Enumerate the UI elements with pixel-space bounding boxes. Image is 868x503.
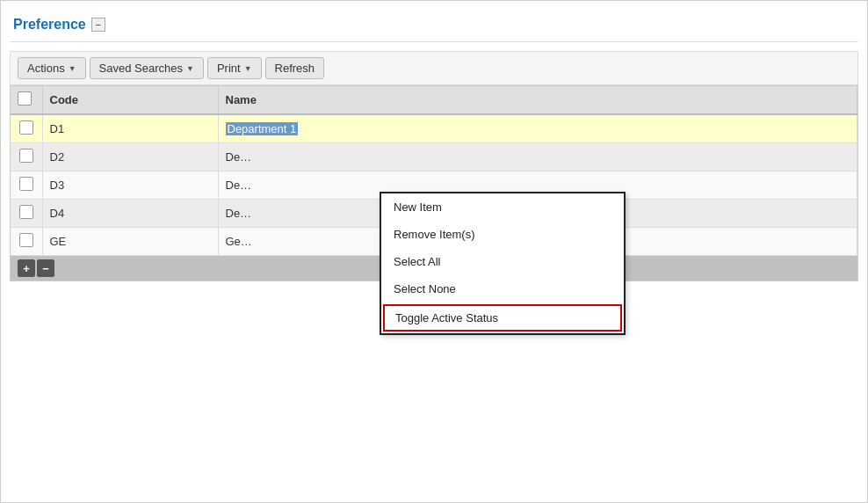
- print-label: Print: [217, 62, 241, 75]
- actions-caret-icon: ▼: [69, 64, 76, 73]
- row-checkbox[interactable]: [19, 205, 33, 219]
- remove-button[interactable]: −: [37, 259, 54, 277]
- section-header: Preference −: [10, 10, 858, 42]
- row-code: D3: [42, 171, 218, 200]
- row-code: D2: [42, 143, 218, 171]
- table-row: D1Department 1: [11, 114, 857, 143]
- table-header-row: Code Name: [11, 86, 857, 114]
- add-remove-controls: + −: [18, 259, 211, 277]
- print-caret-icon: ▼: [244, 64, 252, 73]
- row-checkbox-cell[interactable]: [11, 114, 42, 143]
- header-name: Name: [218, 86, 857, 114]
- table-container: Code Name D1Department 1D2De…D3De…D4De…G…: [10, 85, 858, 281]
- footer-cell: + −: [11, 256, 218, 281]
- refresh-button[interactable]: Refresh: [265, 57, 325, 79]
- row-name: Department 1: [218, 114, 857, 143]
- collapse-button[interactable]: −: [91, 18, 105, 32]
- context-menu-item[interactable]: Remove Item(s): [381, 221, 624, 248]
- row-checkbox-cell[interactable]: [11, 200, 42, 228]
- row-name-selected: Department 1: [226, 122, 299, 135]
- row-name: De…: [218, 143, 857, 171]
- table-row: D2De…: [11, 143, 857, 171]
- refresh-label: Refresh: [275, 62, 315, 75]
- actions-button[interactable]: Actions ▼: [18, 57, 86, 79]
- page-title: Preference: [13, 17, 86, 33]
- context-menu: New ItemRemove Item(s)Select AllSelect N…: [380, 192, 626, 335]
- saved-searches-button[interactable]: Saved Searches ▼: [90, 57, 204, 79]
- page-wrapper: Preference − Actions ▼ Saved Searches ▼ …: [0, 0, 868, 503]
- header-checkbox[interactable]: [18, 91, 32, 106]
- header-checkbox-cell[interactable]: [11, 86, 42, 114]
- header-code: Code: [42, 86, 218, 114]
- saved-searches-label: Saved Searches: [99, 62, 183, 75]
- row-code: GE: [42, 228, 218, 256]
- row-checkbox[interactable]: [19, 149, 33, 163]
- actions-label: Actions: [27, 62, 65, 75]
- row-checkbox[interactable]: [19, 233, 33, 247]
- row-checkbox[interactable]: [19, 120, 33, 135]
- row-checkbox-cell[interactable]: [11, 171, 42, 200]
- context-menu-item[interactable]: New Item: [381, 193, 624, 221]
- print-button[interactable]: Print ▼: [207, 57, 262, 79]
- row-checkbox-cell[interactable]: [11, 143, 42, 171]
- context-menu-item[interactable]: Select None: [381, 275, 624, 303]
- saved-searches-caret-icon: ▼: [186, 64, 194, 73]
- row-code: D1: [42, 114, 218, 143]
- add-button[interactable]: +: [18, 259, 35, 277]
- row-code: D4: [42, 200, 218, 228]
- row-checkbox[interactable]: [19, 177, 33, 191]
- context-menu-item[interactable]: Toggle Active Status: [383, 304, 622, 332]
- context-menu-item[interactable]: Select All: [381, 248, 624, 275]
- toolbar: Actions ▼ Saved Searches ▼ Print ▼ Refre…: [10, 51, 858, 85]
- row-checkbox-cell[interactable]: [11, 228, 42, 256]
